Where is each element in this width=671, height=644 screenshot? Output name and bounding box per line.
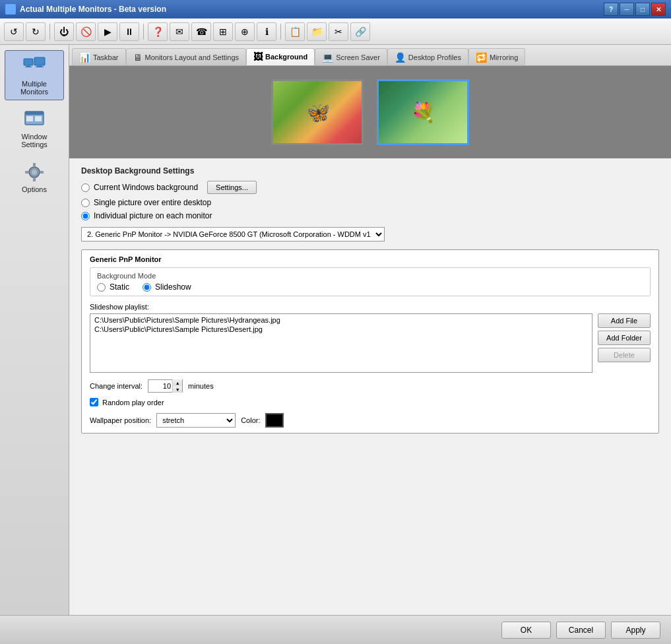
redo-button[interactable]: ↻ (26, 22, 46, 41)
individual-picture-radio[interactable] (81, 212, 90, 220)
position-select[interactable]: center tile stretch fit fill (156, 413, 236, 428)
tab-taskbar[interactable]: 📊 Taskbar (72, 48, 126, 65)
sidebar-item-options[interactable]: Options (5, 156, 64, 198)
svg-rect-1 (26, 65, 30, 67)
interval-unit: minutes (188, 382, 214, 390)
single-picture-radio[interactable] (81, 199, 90, 207)
sidebar-item-multiple-monitors[interactable]: Multiple Monitors (5, 50, 64, 100)
sidebar-item-label: Multiple Monitors (8, 80, 61, 96)
tab-bar: 📊 Taskbar 🖥 Monitors Layout and Settings… (69, 45, 671, 66)
mail-button[interactable]: ✉ (170, 22, 189, 41)
spin-down-button[interactable]: ▼ (173, 386, 182, 393)
phone-button[interactable]: ☎ (191, 22, 211, 41)
slideshow-mode-option[interactable]: Slideshow (143, 282, 191, 292)
monitor-preview-image-1 (273, 81, 362, 143)
random-play-row: Random play order (90, 398, 651, 406)
content-area: Multiple Monitors Window Settings (0, 45, 671, 615)
static-mode-label: Static (110, 282, 129, 292)
clipboard-button[interactable]: 📋 (285, 22, 305, 41)
monitor-box-title: Generic PnP Monitor (90, 255, 651, 263)
playlist-area: C:\Users\Public\Pictures\Sample Pictures… (90, 313, 651, 373)
bg-mode-radios: Static Slideshow (97, 282, 643, 292)
individual-picture-label: Individual picture on each monitor (94, 211, 212, 220)
minimize-button[interactable]: ─ (620, 3, 634, 16)
svg-rect-7 (25, 112, 44, 115)
bg-options-group: Current Windows background Settings... S… (81, 181, 659, 220)
slideshow-mode-label: Slideshow (155, 282, 191, 292)
info-button[interactable]: ℹ (257, 22, 276, 41)
cancel-button[interactable]: Cancel (556, 622, 606, 639)
apply-button[interactable]: Apply (611, 622, 660, 639)
profiles-tab-icon: 👤 (395, 52, 406, 63)
monitor-thumb-2[interactable] (377, 79, 469, 145)
monitor-settings-box: Generic PnP Monitor Background Mode Stat… (81, 249, 659, 434)
interval-label: Change interval: (90, 382, 143, 390)
random-play-checkbox[interactable] (90, 398, 98, 406)
settings-button[interactable]: Settings... (207, 181, 257, 194)
individual-picture-option[interactable]: Individual picture on each monitor (81, 211, 659, 220)
color-swatch[interactable] (265, 413, 284, 428)
single-picture-option[interactable]: Single picture over entire desktop (81, 198, 659, 207)
monitor-dropdown[interactable]: 1. Generic PnP Monitor -> NVIDIA GeForce… (81, 227, 385, 242)
playlist-item-2[interactable]: C:\Users\Public\Pictures\Sample Pictures… (93, 325, 589, 334)
title-bar-text: Actual Multiple Monitors - Beta version (20, 5, 166, 14)
bottom-bar: OK Cancel Apply (0, 615, 671, 644)
current-windows-option[interactable]: Current Windows background Settings... (81, 181, 659, 194)
single-picture-label: Single picture over entire desktop (94, 198, 211, 207)
slideshow-mode-radio[interactable] (143, 283, 151, 292)
tab-background[interactable]: 🖼 Background (246, 48, 315, 65)
add-button[interactable]: ⊕ (235, 22, 255, 41)
delete-button[interactable]: Delete (598, 348, 651, 362)
interval-input-wrap: 10 ▲ ▼ (148, 379, 183, 393)
monitor-preview-area (69, 66, 671, 158)
tab-mirroring[interactable]: 🔁 Mirroring (468, 48, 525, 65)
sidebar-item-window-settings[interactable]: Window Settings (5, 103, 64, 153)
folder-button[interactable]: 📁 (307, 22, 327, 41)
maximize-button[interactable]: □ (635, 3, 650, 16)
add-file-button[interactable]: Add File (598, 313, 651, 328)
interval-row: Change interval: 10 ▲ ▼ minutes (90, 379, 651, 393)
link-button[interactable]: 🔗 (350, 22, 370, 41)
spin-buttons: ▲ ▼ (172, 379, 182, 393)
sidebar: Multiple Monitors Window Settings (0, 45, 69, 615)
svg-rect-15 (40, 171, 44, 174)
title-bar-buttons: ? ─ □ ✕ (604, 3, 666, 16)
play-button[interactable]: ▶ (98, 22, 117, 41)
power-button[interactable]: ⏻ (54, 22, 74, 41)
current-windows-radio[interactable] (81, 183, 90, 192)
tab-desktop-profiles[interactable]: 👤 Desktop Profiles (387, 48, 468, 65)
bg-mode-label: Background Mode (97, 272, 643, 280)
playlist-label: Slideshow playlist: (90, 303, 651, 311)
right-panel: 📊 Taskbar 🖥 Monitors Layout and Settings… (69, 45, 671, 615)
background-tab-icon: 🖼 (253, 51, 263, 62)
add-folder-button[interactable]: Add Folder (598, 331, 651, 345)
playlist-item-1[interactable]: C:\Users\Public\Pictures\Sample Pictures… (93, 315, 589, 325)
pause-button[interactable]: ⏸ (119, 22, 139, 41)
interval-input[interactable]: 10 (148, 380, 172, 392)
ok-button[interactable]: OK (501, 622, 551, 639)
static-mode-option[interactable]: Static (97, 282, 129, 292)
tab-screen-saver[interactable]: 💻 Screen Saver (315, 48, 387, 65)
svg-rect-2 (25, 67, 32, 67)
section-title: Desktop Background Settings (81, 166, 659, 176)
spin-up-button[interactable]: ▲ (173, 379, 182, 386)
bg-mode-group: Background Mode Static Slideshow (90, 267, 651, 296)
mirroring-tab-icon: 🔁 (476, 52, 487, 63)
monitor-preview-image-2 (379, 81, 467, 143)
tab-monitors-layout[interactable]: 🖥 Monitors Layout and Settings (126, 48, 246, 65)
help-toolbar-button[interactable]: ❓ (148, 22, 168, 41)
undo-button[interactable]: ↺ (4, 22, 24, 41)
sidebar-item-label: Options (22, 185, 47, 193)
svg-point-11 (32, 170, 37, 175)
close-button[interactable]: ✕ (651, 3, 666, 16)
current-windows-label: Current Windows background (94, 183, 198, 192)
main-window: ↺ ↻ ⏻ 🚫 ▶ ⏸ ❓ ✉ ☎ ⊞ ⊕ ℹ 📋 📁 ✂ 🔗 (0, 18, 671, 644)
help-button[interactable]: ? (604, 3, 618, 16)
stop-button[interactable]: 🚫 (76, 22, 96, 41)
monitor-thumb-1[interactable] (271, 79, 364, 145)
cut-button[interactable]: ✂ (329, 22, 348, 41)
grid-button[interactable]: ⊞ (213, 22, 233, 41)
static-mode-radio[interactable] (97, 283, 106, 292)
playlist-list[interactable]: C:\Users\Public\Pictures\Sample Pictures… (90, 313, 592, 373)
svg-rect-3 (34, 57, 45, 65)
